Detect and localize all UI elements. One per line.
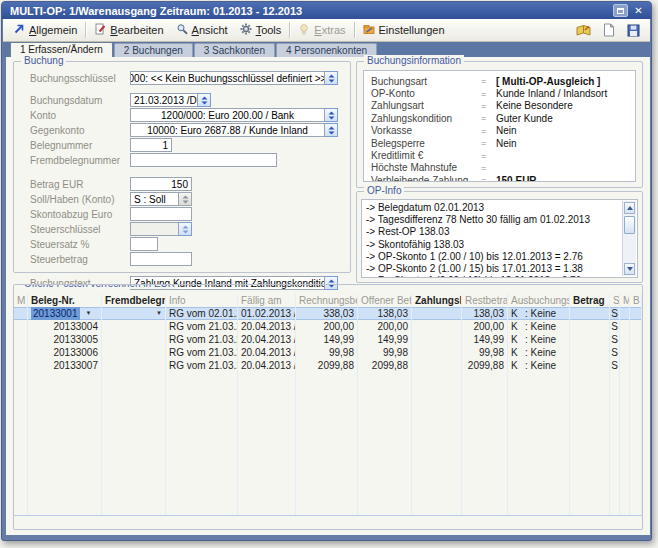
steuerschluessel-combo[interactable] <box>130 222 192 236</box>
field-label: Betrag EUR <box>30 179 130 190</box>
tab-strip: 1 Erfassen/Ändern 2 Buchungen 3 Sachkont… <box>3 42 650 57</box>
cell-s: S <box>610 346 620 359</box>
equals-separator-icon: = <box>481 76 496 86</box>
betrag-eur-input[interactable]: 150 <box>130 177 192 191</box>
field-label: Skontoabzug Euro <box>30 209 130 220</box>
menu-bearbeiten[interactable]: Bearbeiten <box>88 21 169 39</box>
cell-restbetrag: 99,98 <box>462 346 508 359</box>
group-title: Buchungsinformation <box>364 55 464 66</box>
title-bar[interactable]: MULTI-OP: 1/Warenausgang Zeitraum: 01.20… <box>2 2 651 19</box>
equals-separator-icon: = <box>481 138 496 148</box>
table-row[interactable]: 20133004RG vom 21.03.201320.04.2013 /Sa2… <box>14 320 642 333</box>
vertical-scrollbar[interactable] <box>622 201 636 276</box>
info-label: Zahlungsart <box>371 100 481 111</box>
dropdown-arrow-icon[interactable]: ▼ <box>86 307 92 320</box>
field-label: Buchungsschlüssel <box>30 73 130 84</box>
fremdbelegnummer-input[interactable] <box>130 153 277 167</box>
cell-offener-betrag: 138,03 <box>358 307 412 320</box>
menu-einstellungen[interactable]: Einstellungen <box>357 21 451 39</box>
spinner-button[interactable] <box>198 93 211 107</box>
cell-s: S <box>610 359 620 372</box>
op-info-line: -> Skontofähig 138.03 <box>366 239 619 251</box>
cell-info: RG vom 21.03.2013 <box>166 320 238 333</box>
tab-buchungen[interactable]: 2 Buchungen <box>114 43 193 57</box>
ausbuchung-code: K <box>511 333 525 346</box>
table-row[interactable]: 20133006RG vom 21.03.201320.04.2013 /Sa9… <box>14 346 642 359</box>
ausbuchung-text: : Keine <box>525 320 556 333</box>
cell-m2 <box>620 346 630 359</box>
field-label: Steuerbetrag <box>30 254 130 265</box>
new-document-button[interactable] <box>600 22 617 38</box>
book-post-button[interactable] <box>575 22 592 38</box>
menu-label: Tools <box>256 24 282 36</box>
scroll-down-button[interactable] <box>624 263 635 275</box>
grid-line-column <box>570 372 610 515</box>
cell-m <box>14 359 28 372</box>
cell-betrag <box>570 359 610 372</box>
cell-s: S <box>610 333 620 346</box>
close-button[interactable]: ✕ <box>631 4 646 17</box>
group-buchung: Buchung Buchungsschlüssel 000: << Kein B… <box>13 61 351 273</box>
dropdown-button[interactable] <box>179 222 192 236</box>
cell-info: RG vom 21.03.2013 <box>166 359 238 372</box>
buchungsinformation-panel: Buchungsart=[ Multi-OP-Ausgleich ]OP-Kon… <box>363 70 636 182</box>
cell-fremdbelegnummer <box>102 346 166 359</box>
table-row[interactable]: 20133001▼▼RG vom 02.01.201301.02.2013 /F… <box>14 307 642 320</box>
cell-b <box>630 320 642 333</box>
op-info-line: -> Belegdatum 02.01.2013 <box>366 202 619 214</box>
toolbar-right <box>575 22 646 38</box>
equals-separator-icon: = <box>481 175 496 182</box>
cell-s: S <box>610 320 620 333</box>
cell-ausbuchungsart: K: Keine <box>508 359 570 372</box>
menu-allgemein[interactable]: Allgemein <box>7 21 83 39</box>
buchungsdatum-value: 21.03.2013 /Do <box>130 93 198 107</box>
op-info-line: -> Rg-Skonto 1 (2.00 / 10) bis 12.01.201… <box>366 275 619 278</box>
info-row: Verbleibende Zahlung=150 EUR <box>371 174 633 182</box>
cell-fremdbelegnummer <box>102 320 166 333</box>
skontoabzug-input[interactable] <box>130 207 192 221</box>
field-label: Gegenkonto <box>30 125 130 136</box>
gegenkonto-combo[interactable]: 10000: Euro 2687.88 / Kunde Inland <box>130 123 338 137</box>
menu-label: Ansicht <box>192 24 228 36</box>
op-info-textarea[interactable]: -> Belegdatum 02.01.2013-> Tagesdifferen… <box>361 199 638 278</box>
konto-combo[interactable]: 1200/000: Euro 200.00 / Bank <box>130 108 338 122</box>
column-header: Info <box>166 294 238 307</box>
dropdown-arrow-icon[interactable]: ▼ <box>156 307 162 320</box>
group-title: OP-Info <box>364 185 404 196</box>
menu-tools[interactable]: Tools <box>234 21 288 39</box>
cell-ausbuchungsart: K: Keine <box>508 346 570 359</box>
form-row: Buchungsschlüssel 000: << Kein Buchungss… <box>30 71 350 85</box>
tab-personenkonten[interactable]: 4 Personenkonten <box>276 43 377 57</box>
info-label: Verbleibende Zahlung <box>371 175 481 182</box>
cell-fremdbelegnummer: ▼ <box>102 307 166 320</box>
belegnummer-input[interactable]: 1 <box>130 138 172 152</box>
info-value: [ Multi-OP-Ausgleich ] <box>496 76 600 87</box>
dropdown-button[interactable] <box>325 71 338 85</box>
dropdown-button[interactable] <box>179 192 192 206</box>
table-row[interactable]: 20133007RG vom 21.03.201320.04.2013 /Sa2… <box>14 359 642 372</box>
menu-ansicht[interactable]: Ansicht <box>170 21 234 39</box>
field-label: Belegnummer <box>30 140 130 151</box>
grid-line-column <box>462 372 508 515</box>
cell-ausbuchungsart: K: Keine <box>508 320 570 333</box>
info-label: Höchste Mahnstufe <box>371 162 481 173</box>
arrow-down-icon <box>627 267 633 271</box>
dropdown-button[interactable] <box>325 108 338 122</box>
dropdown-button[interactable] <box>325 123 338 137</box>
buchungsschluessel-combo[interactable]: 000: << Kein Buchungsschlüssel definiert… <box>130 71 338 85</box>
gegenkonto-value: 10000: Euro 2687.88 / Kunde Inland <box>130 123 325 137</box>
buchungsdatum-spinner[interactable]: 21.03.2013 /Do <box>130 93 211 107</box>
soll-haben-combo[interactable]: S : Soll <box>130 192 192 206</box>
steuersatz-input[interactable] <box>130 237 158 251</box>
scrollbar-thumb[interactable] <box>624 216 635 234</box>
lamp-icon <box>298 23 310 37</box>
table-row[interactable]: 20133005RG vom 21.03.201320.04.2013 /Sa1… <box>14 333 642 346</box>
scroll-up-button[interactable] <box>624 202 635 214</box>
restore-button[interactable] <box>613 4 628 17</box>
steuerbetrag-input[interactable] <box>130 252 192 266</box>
save-button[interactable] <box>625 22 642 38</box>
info-row: Zahlungsart=Keine Besondere <box>371 100 633 112</box>
grid-line-column <box>508 372 570 515</box>
equals-separator-icon: = <box>481 126 496 136</box>
tab-sachkonten[interactable]: 3 Sachkonten <box>194 43 275 57</box>
